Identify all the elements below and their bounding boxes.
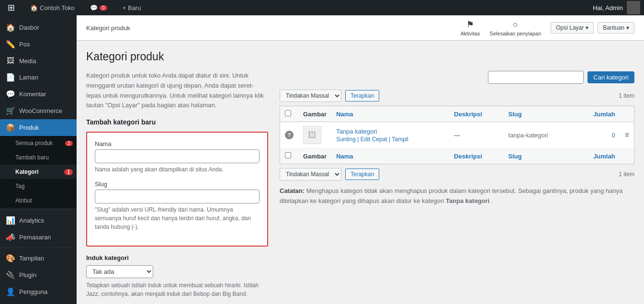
- main-content: Kategori produk ⚑ Aktivitas ○ Selesaikan…: [77, 15, 644, 304]
- aktivitas-action[interactable]: ⚑ Aktivitas: [461, 19, 480, 36]
- kategori-badge: 1: [64, 169, 73, 175]
- category-image: 🖼: [303, 126, 321, 144]
- wp-logo[interactable]: ⊞: [4, 0, 19, 15]
- induk-section: Induk kategori Tak ada Tetapkan sebuah i…: [86, 254, 268, 298]
- tampilan-icon: 🎨: [6, 254, 15, 263]
- sidebar-item-pengguna[interactable]: 👤 Pengguna: [0, 283, 77, 300]
- row-count-cell: 0: [575, 122, 620, 148]
- kebab-icon: ≡: [625, 131, 629, 139]
- tf-jumlah-link[interactable]: Jumlah: [593, 153, 615, 160]
- pengguna-icon: 👤: [6, 287, 15, 296]
- row-deskripsi-cell: —: [449, 122, 503, 148]
- sidebar-item-tag[interactable]: Tag: [0, 179, 77, 193]
- tf-slug: Slug: [504, 148, 575, 164]
- nama-input[interactable]: [95, 149, 260, 163]
- row-name-cell: Tanpa kategori Sunting | Edit Cepat | Ta…: [331, 122, 449, 148]
- pemasaran-icon: 📣: [6, 233, 15, 242]
- media-icon: 🖼: [6, 56, 15, 65]
- left-column: Kategori produk untuk toko Anda dapat di…: [86, 71, 268, 298]
- search-button[interactable]: Cari kategori: [588, 71, 634, 83]
- tf-nama: Nama: [331, 148, 449, 164]
- th-slug-link[interactable]: Slug: [508, 111, 522, 118]
- tf-gambar: Gambar: [298, 148, 331, 164]
- sidebar-item-produk[interactable]: 📦 Produk: [0, 119, 77, 136]
- avatar: [627, 1, 640, 14]
- nama-label: Nama: [95, 140, 260, 147]
- tf-nama-link[interactable]: Nama: [336, 153, 353, 160]
- th-deskripsi-link[interactable]: Deskripsi: [454, 111, 482, 118]
- row-menu-cell: ≡: [620, 122, 634, 148]
- categories-table: Gambar Nama Deskripsi Slug Jumlah: [280, 106, 634, 164]
- row-checkbox-cell: ?: [280, 122, 299, 148]
- apply-button-top[interactable]: Terapkan: [345, 90, 379, 101]
- edit-cepat-link[interactable]: Edit Cepat: [361, 136, 387, 143]
- search-bar: Cari kategori: [280, 71, 634, 84]
- item-count-bottom: 1 item: [619, 171, 634, 178]
- th-checkbox: [280, 106, 299, 122]
- flag-icon: ⚑: [466, 19, 474, 30]
- tampil-link[interactable]: Tampil: [392, 136, 408, 143]
- th-jumlah-link[interactable]: Jumlah: [593, 111, 615, 118]
- induk-hint: Tetapkan sebuah istilah induk untuk memb…: [86, 281, 268, 298]
- tf-deskripsi-link[interactable]: Deskripsi: [454, 153, 482, 160]
- sidebar-item-semua-produk[interactable]: Semua produk 2: [0, 136, 77, 150]
- sidebar-item-media[interactable]: 🖼 Media: [0, 53, 77, 69]
- add-category-form: Nama Nama adalah yang akan ditampilkan d…: [86, 132, 268, 247]
- sidebar-item-komentar[interactable]: 💬 Komentar: [0, 86, 77, 102]
- th-jumlah: Jumlah: [575, 106, 620, 122]
- bulk-action-select-top[interactable]: Tindakan Massal: [280, 90, 341, 102]
- bottom-toolbar: Tindakan Massal Terapkan 1 item: [280, 168, 634, 180]
- sidebar-item-dasbor[interactable]: 🏠 Dasbor: [0, 19, 77, 36]
- sidebar-item-analytics[interactable]: 📊 Analytics: [0, 212, 77, 229]
- sidebar-item-atribut[interactable]: Atribut: [0, 193, 77, 208]
- sidebar-item-pemasaran[interactable]: 📣 Pemasaran: [0, 229, 77, 246]
- comments-link[interactable]: 💬 0: [86, 0, 111, 15]
- sidebar-item-plugin[interactable]: 🔌 Plugin: [0, 267, 77, 283]
- item-count-top: 1 item: [619, 92, 634, 99]
- site-name[interactable]: 🏠 Contoh Toko: [26, 0, 79, 15]
- select-all-checkbox-bottom[interactable]: [285, 152, 291, 158]
- sidebar-item-kategori[interactable]: Kategori 1: [0, 165, 77, 179]
- induk-select[interactable]: Tak ada: [86, 265, 153, 278]
- row-actions: Sunting | Edit Cepat | Tampil: [336, 136, 444, 143]
- slug-input[interactable]: [95, 190, 260, 203]
- count-link[interactable]: 0: [611, 132, 615, 139]
- th-nama: Nama: [331, 106, 449, 122]
- tf-deskripsi: Deskripsi: [449, 148, 503, 164]
- slug-group: Slug "Slug" adalah versi URL-friendly da…: [95, 180, 260, 231]
- komentar-icon: 💬: [6, 90, 15, 99]
- sidebar-item-woocommerce[interactable]: 🛒 WooCommerce: [0, 102, 77, 119]
- apply-button-bottom[interactable]: Terapkan: [345, 169, 379, 180]
- sidebar-item-pos[interactable]: ✏️ Pos: [0, 36, 77, 53]
- selesaikan-action[interactable]: ○ Selesaikan penyiapan: [490, 20, 542, 36]
- slug-hint: "Slug" adalah versi URL-friendly dari na…: [95, 205, 260, 231]
- help-icon[interactable]: ?: [285, 131, 294, 139]
- page-title: Kategori produk: [86, 50, 634, 63]
- analytics-icon: 📊: [6, 216, 15, 225]
- note-title: Catatan:: [280, 187, 305, 194]
- nama-group: Nama Nama adalah yang akan ditampilkan d…: [95, 140, 260, 174]
- bantuan-button[interactable]: Bantuan ▾: [598, 22, 634, 34]
- category-name-link[interactable]: Tanpa kategori: [336, 128, 377, 135]
- tf-checkbox: [280, 148, 299, 164]
- circle-icon: ○: [513, 20, 518, 30]
- sunting-link[interactable]: Sunting: [336, 136, 356, 143]
- row-slug-cell: tanpa-kategori: [504, 122, 575, 148]
- content-area: Kategori produk Kategori produk untuk to…: [77, 41, 644, 304]
- sidebar-item-tampilan[interactable]: 🎨 Tampilan: [0, 250, 77, 267]
- pos-icon: ✏️: [6, 40, 15, 49]
- th-nama-link[interactable]: Nama: [336, 111, 353, 118]
- table-row: ? 🖼 Tanpa kategori Sunting |: [280, 122, 634, 148]
- sidebar-item-tambah-baru[interactable]: Tambah baru: [0, 150, 77, 165]
- th-slug: Slug: [504, 106, 575, 122]
- opsi-layar-button[interactable]: Opsi Layar ▾: [551, 22, 594, 34]
- note-bold: Tanpa kategori: [446, 197, 490, 204]
- search-input[interactable]: [488, 71, 584, 84]
- sidebar-item-laman[interactable]: 📄 Laman: [0, 69, 77, 86]
- table-footer-row: Gambar Nama Deskripsi Slug Jumlah: [280, 148, 634, 164]
- select-all-checkbox[interactable]: [285, 110, 291, 116]
- bulk-action-select-bottom[interactable]: Tindakan Massal: [280, 168, 341, 180]
- tf-slug-link[interactable]: Slug: [508, 153, 522, 160]
- new-content[interactable]: + Baru: [119, 0, 145, 15]
- tf-jumlah: Jumlah: [575, 148, 620, 164]
